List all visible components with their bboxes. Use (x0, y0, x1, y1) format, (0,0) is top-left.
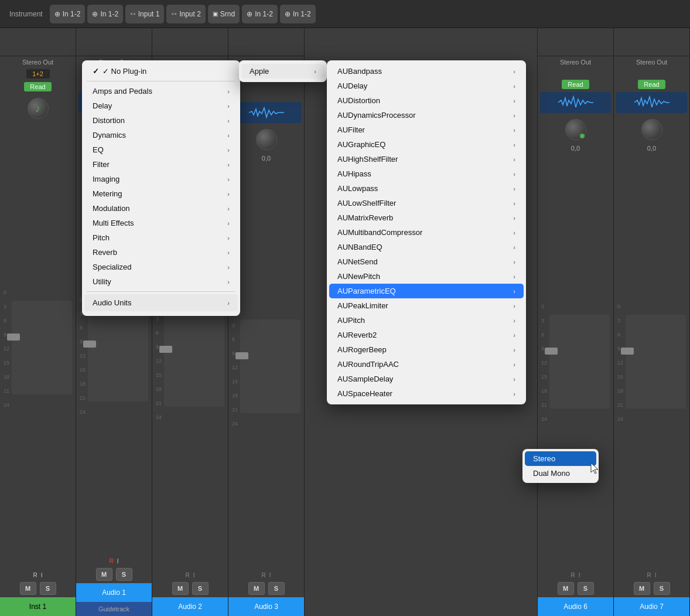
top-bar: Instrument ⊕ In 1-2 ⊕ In 1-2 ●● Input 1 … (0, 0, 690, 28)
au-item-aupeaklimiter[interactable]: AUPeakLimiter › (329, 298, 524, 313)
arrow-modulation: › (227, 205, 230, 212)
knob-audio3[interactable] (256, 129, 277, 150)
menu-item-dynamics[interactable]: Dynamics › (84, 128, 238, 142)
au-item-aupitch[interactable]: AUPitch › (329, 313, 524, 328)
menu-item-amps[interactable]: Amps and Pedals › (84, 84, 238, 98)
menu-divider-1 (87, 81, 235, 81)
channel-in3[interactable]: ⊕ In 1-2 (242, 5, 278, 23)
menu-item-distortion[interactable]: Distortion › (84, 113, 238, 128)
fader-thumb-audio2[interactable] (159, 346, 172, 353)
dual-mono-option[interactable]: Dual Mono (525, 466, 596, 481)
fader-thumb-audio3[interactable] (235, 352, 248, 359)
au-item-auhighshelffilter[interactable]: AUHighShelfFilter › (329, 152, 524, 166)
stereo-popup[interactable]: Stereo Dual Mono (522, 449, 599, 483)
menu-item-filter[interactable]: Filter › (84, 157, 238, 172)
au-item-aufilter[interactable]: AUFilter › (329, 122, 524, 137)
au-item-aumultibandcompressor[interactable]: AUMultibandCompressor › (329, 225, 524, 240)
menu-item-utility[interactable]: Utility › (84, 274, 238, 289)
au-list-menu[interactable]: AUBandpass › AUDelay › AUDistortion › AU… (327, 60, 526, 404)
au-item-aunbandeq[interactable]: AUNBandEQ › (329, 240, 524, 254)
menu-item-modulation[interactable]: Modulation › (84, 201, 238, 216)
no-plugin-item[interactable]: ✓ No Plug-in (84, 64, 238, 79)
mute-audio7[interactable]: M (634, 582, 650, 595)
waveform-audio3 (231, 102, 302, 123)
mute-audio3[interactable]: M (248, 582, 265, 595)
pos-audio6: 0,0 (538, 145, 613, 152)
solo-audio1[interactable]: S (116, 568, 132, 581)
fader-track-audio2 (164, 313, 224, 407)
solo-audio3[interactable]: S (268, 582, 285, 595)
menu-item-eq[interactable]: EQ › (84, 142, 238, 157)
channel-input1[interactable]: ●● Input 1 (125, 5, 164, 23)
channel-input2[interactable]: ●● Input 2 (166, 5, 205, 23)
knob-audio7[interactable] (641, 119, 662, 140)
read-btn-audio6[interactable]: Read (562, 80, 589, 89)
read-btn-audio7[interactable]: Read (638, 80, 665, 89)
mute-audio6[interactable]: M (558, 582, 574, 595)
menu-item-multieffects[interactable]: Multi Effects › (84, 216, 238, 230)
knob-audio6[interactable] (565, 119, 586, 140)
channel-in4[interactable]: ⊕ In 1-2 (280, 5, 316, 23)
au-item-aureverb2[interactable]: AUReverb2 › (329, 328, 524, 342)
ri-row-inst1: R I (0, 571, 76, 580)
guidetrack-label: Guidetrack (76, 602, 152, 616)
track-label-audio3: Audio 3 (228, 597, 304, 616)
solo-audio6[interactable]: S (578, 582, 594, 595)
ms-row-audio1: M S (76, 566, 152, 583)
au-item-auroundtripaac[interactable]: AURoundTripAAC › (329, 357, 524, 372)
stereo-option[interactable]: Stereo (525, 451, 596, 466)
ri-row-audio1: R I (76, 557, 152, 566)
read-btn-inst1[interactable]: Read (24, 82, 51, 91)
au-item-aubandpass[interactable]: AUBandpass › (329, 64, 524, 79)
track-header-audio3 (228, 28, 304, 56)
channel-in1[interactable]: ⊕ In 1-2 (50, 5, 86, 23)
au-item-audynamicsprocessor[interactable]: AUDynamicsProcessor › (329, 108, 524, 122)
mute-audio2[interactable]: M (172, 582, 189, 595)
au-item-aunewpitch[interactable]: AUNewPitch › (329, 269, 524, 284)
au-item-aurogerbeep[interactable]: AURogerBeep › (329, 342, 524, 357)
au-item-aulowshelffilter[interactable]: AULowShelfFilter › (329, 196, 524, 210)
mute-inst1[interactable]: M (20, 582, 36, 595)
au-item-ausampledelay[interactable]: AUSampleDelay › (329, 372, 524, 386)
solo-audio2[interactable]: S (192, 582, 209, 595)
ri-row-audio6: RI (538, 571, 613, 580)
solo-inst1[interactable]: S (40, 582, 56, 595)
menu-item-reverb[interactable]: Reverb › (84, 245, 238, 260)
mute-audio1[interactable]: M (96, 568, 112, 581)
au-item-auspaceheater[interactable]: AUSpaceHeater › (329, 386, 524, 401)
apple-menu[interactable]: Apple › (239, 60, 327, 82)
waveform-audio6 (540, 92, 611, 113)
apple-menu-item[interactable]: Apple › (241, 64, 324, 79)
au-item-aulowpass[interactable]: AULowpass › (329, 181, 524, 196)
channel-srnd[interactable]: ▣ Srnd (208, 5, 240, 23)
solo-audio7[interactable]: S (654, 582, 670, 595)
au-item-audelay[interactable]: AUDelay › (329, 79, 524, 93)
fader-thumb-audio1[interactable] (83, 341, 96, 348)
ms-row-inst1: M S (0, 580, 76, 597)
fader-track-inst1 (12, 301, 72, 394)
au-item-audistortion[interactable]: AUDistortion › (329, 93, 524, 108)
fader-thumb-audio7[interactable] (621, 348, 634, 355)
ms-row-audio7: M S (614, 580, 689, 597)
pos-audio7: 0,0 (614, 145, 689, 152)
menu-item-pitch[interactable]: Pitch › (84, 230, 238, 245)
fader-thumb-inst1[interactable] (7, 333, 20, 341)
knob-inst1[interactable]: ♪ (28, 98, 49, 119)
menu-item-specialized[interactable]: Specialized › (84, 260, 238, 274)
au-item-aunetsend[interactable]: AUNetSend › (329, 254, 524, 269)
au-item-augraphiceq[interactable]: AUGraphicEQ › (329, 137, 524, 152)
au-item-auparametriceq[interactable]: AUParametricEQ › (329, 284, 524, 298)
menu-item-imaging[interactable]: Imaging › (84, 172, 238, 186)
arrow-pitch: › (227, 234, 230, 241)
plugin-menu[interactable]: ✓ No Plug-in Amps and Pedals › Delay › D… (82, 60, 240, 316)
au-item-aumatrixreverb[interactable]: AUMatrixReverb › (329, 210, 524, 225)
arrow-apple: › (314, 68, 316, 75)
au-item-auhipass[interactable]: AUHipass › (329, 166, 524, 181)
menu-item-metering[interactable]: Metering › (84, 186, 238, 201)
fader-thumb-audio6[interactable] (545, 348, 558, 355)
menu-item-audio-units[interactable]: Audio Units › (84, 294, 238, 311)
menu-item-delay[interactable]: Delay › (84, 98, 238, 113)
arrow-specialized: › (227, 264, 230, 271)
stereo-out-inst1: Stereo Out (0, 56, 76, 68)
channel-in2[interactable]: ⊕ In 1-2 (87, 5, 123, 23)
